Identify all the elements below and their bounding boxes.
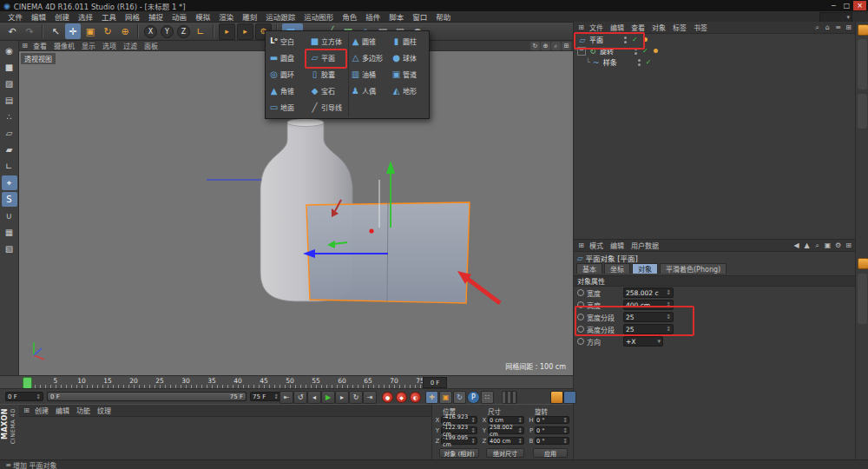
object-row-lathe[interactable]: − ↻ 旋转 ✓ [574, 45, 855, 56]
menu-item-cylinder[interactable]: ▮圆柱 [390, 33, 430, 50]
key-rotation-toggle[interactable]: ↻ [453, 391, 466, 404]
size-y-input[interactable]: 258.002 cm↕ [488, 426, 524, 434]
magnet-snap-icon[interactable]: ∪ [2, 208, 17, 223]
toggle-view-icon[interactable]: ⊞ [562, 42, 571, 50]
position-z-input[interactable]: -199.095 cm↕ [441, 437, 477, 445]
points-mode-icon[interactable]: ∴ [2, 109, 17, 124]
viewport-menu-view[interactable]: 查看 [30, 41, 50, 50]
viewport-panel-menu-icon[interactable]: ⊞ [20, 42, 30, 50]
menu-animate[interactable]: 动画 [168, 11, 191, 22]
coordinate-system-toggle[interactable]: ∟ [193, 23, 208, 39]
menu-file[interactable]: 文件 [3, 11, 27, 22]
viewport-menu-camera[interactable]: 摄像机 [50, 41, 78, 50]
lock-icon[interactable]: ▣ [823, 241, 832, 250]
end-frame-input[interactable]: 75 F↕ [250, 392, 281, 401]
make-editable-icon[interactable]: ◉ [2, 43, 17, 58]
anim-ring-icon[interactable] [577, 326, 584, 333]
pan-view-icon[interactable]: ⊕ [541, 42, 550, 50]
enabled-check-icon[interactable]: ✓ [632, 36, 638, 43]
width-input[interactable]: 258.002 c↕ [623, 287, 674, 298]
lock-z-axis-button[interactable]: Z [177, 25, 190, 38]
menu-edit[interactable]: 编辑 [27, 11, 50, 22]
rotation-b-input[interactable]: 0 °↕ [535, 437, 569, 445]
timeline-zoom-slider[interactable] [502, 391, 517, 404]
orbit-view-icon[interactable]: ↻ [530, 42, 540, 50]
menu-item-platonic[interactable]: ◆宝石 [308, 83, 348, 99]
loop-mode-button[interactable]: ↻ [349, 391, 363, 404]
minimize-button[interactable]: ─ [827, 1, 840, 10]
search-icon[interactable]: ⌕ [812, 23, 822, 32]
menu-item-plane[interactable]: ▱平面 [308, 50, 348, 66]
menu-character[interactable]: 角色 [338, 11, 361, 22]
close-button[interactable]: × [853, 1, 866, 10]
om-menu-view[interactable]: 查看 [628, 23, 648, 32]
menu-window[interactable]: 窗口 [408, 11, 431, 22]
menu-item-landscape[interactable]: ◭地形 [390, 83, 430, 99]
menu-script[interactable]: 脚本 [385, 11, 408, 22]
play-backwards-button[interactable]: ↺ [293, 391, 307, 404]
rotation-p-input[interactable]: 0 °↕ [535, 426, 569, 434]
maximize-button[interactable]: □ [840, 1, 853, 10]
anim-ring-icon[interactable] [577, 314, 584, 320]
anim-ring-icon[interactable] [577, 289, 584, 296]
mat-menu-function[interactable]: 功能 [73, 406, 94, 415]
lock-x-axis-button[interactable]: X [144, 25, 157, 38]
record-keyframe-button[interactable]: ● [382, 392, 393, 403]
menu-item-polygon[interactable]: △多边形 [349, 50, 389, 66]
enabled-check-icon[interactable]: ✓ [646, 58, 652, 66]
menu-create[interactable]: 创建 [50, 11, 74, 22]
previous-frame-button[interactable]: ◂ [307, 391, 321, 404]
menu-mesh[interactable]: 网格 [121, 11, 144, 22]
tag-icon[interactable] [654, 49, 658, 53]
apply-button[interactable]: 应用 [533, 448, 568, 458]
menu-item-figure[interactable]: ♟人偶 [349, 83, 389, 99]
history-back-icon[interactable]: ◀ [792, 241, 801, 250]
edges-mode-icon[interactable]: ▱ [2, 126, 17, 141]
menu-snap[interactable]: 捕捉 [144, 11, 168, 22]
om-menu-tags[interactable]: 标签 [669, 23, 690, 32]
object-row-plane[interactable]: ▱ 平面 ✓ [574, 34, 855, 45]
play-button[interactable]: ▶ [321, 391, 335, 404]
go-to-end-button[interactable]: ⇥ [363, 391, 377, 404]
menu-select[interactable]: 选择 [74, 11, 97, 22]
menu-item-floor[interactable]: ▭地面 [267, 99, 307, 116]
mat-menu-edit[interactable]: 编辑 [52, 406, 73, 415]
key-scale-toggle[interactable]: ▣ [439, 391, 452, 404]
menu-item-tube[interactable]: ▣管道 [390, 66, 430, 83]
menu-item-oiltank[interactable]: ▥油桶 [349, 66, 389, 83]
dock-tab[interactable] [858, 274, 867, 324]
home-icon[interactable]: ⌂ [823, 23, 832, 32]
panel-menu-icon[interactable]: ⊞ [576, 23, 586, 32]
visibility-dots[interactable] [635, 47, 637, 56]
render-view-button[interactable]: ▸ [219, 23, 235, 40]
menu-render[interactable]: 渲染 [214, 11, 238, 22]
menu-item-cone[interactable]: ▲圆锥 [349, 33, 389, 50]
doc-switch-icon[interactable] [550, 391, 563, 404]
redo-button[interactable]: ↷ [22, 23, 37, 39]
om-menu-file[interactable]: 文件 [586, 23, 607, 32]
size-z-input[interactable]: 400 cm↕ [488, 437, 524, 445]
doc-info-icon[interactable] [563, 391, 576, 404]
keyframe-selection-button[interactable]: ◐ [410, 392, 421, 403]
rotate-tool[interactable]: ↻ [100, 23, 115, 39]
key-pla-toggle[interactable]: ∷ [481, 391, 494, 404]
height-input[interactable]: 400 cm↕ [623, 300, 674, 310]
panel-icon[interactable]: ⊞ [844, 23, 853, 32]
snap-toggle-icon[interactable]: S [2, 192, 17, 207]
polygons-mode-icon[interactable]: ▰ [2, 142, 17, 157]
anim-ring-icon[interactable] [577, 301, 584, 308]
menu-mograph[interactable]: 运动图形 [299, 11, 338, 22]
menu-item-guide[interactable]: ╱引导线 [308, 99, 348, 116]
om-menu-bookmarks[interactable]: 书签 [690, 23, 711, 32]
spinner-icon[interactable]: ↕ [666, 314, 671, 320]
next-frame-button[interactable]: ▸ [335, 391, 349, 404]
viewport-menu-options[interactable]: 选项 [99, 41, 120, 50]
visibility-dots[interactable] [638, 58, 641, 67]
menu-item-pyramid[interactable]: ▲角锥 [267, 83, 307, 99]
orientation-dropdown[interactable]: +X▾ [623, 336, 663, 347]
om-menu-objects[interactable]: 对象 [648, 23, 669, 32]
history-up-icon[interactable]: ▲ [802, 241, 812, 250]
menu-item-sphere[interactable]: ●球体 [390, 50, 430, 66]
menu-item-torus[interactable]: ◎圆环 [267, 66, 307, 83]
panel-menu-icon[interactable]: ⊞ [576, 241, 586, 250]
